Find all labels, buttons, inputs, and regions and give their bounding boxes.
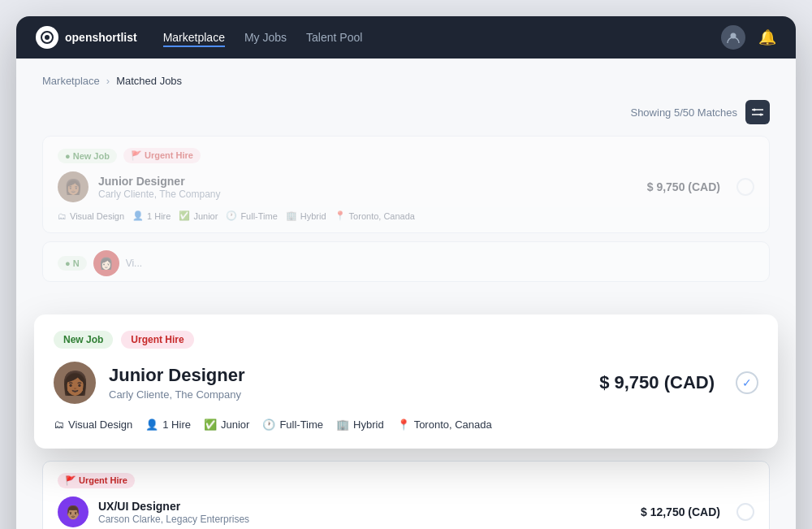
expanded-subtitle: Carly Cliente, The Company: [109, 388, 586, 401]
svg-point-1: [45, 35, 50, 40]
breadcrumb-marketplace[interactable]: Marketplace: [42, 75, 100, 87]
expanded-tags: 🗂Visual Design 👤1 Hire ✅Junior 🕐Full-Tim…: [54, 418, 758, 431]
job-card-2-partial: Vi...: [126, 258, 142, 269]
job-card-3-body: 👨🏽 UX/UI Designer Carson Clarke, Legacy …: [58, 496, 754, 527]
badge-urgent-3: 🚩 Urgent Hire: [58, 473, 135, 488]
expanded-card[interactable]: New Job Urgent Hire 👩🏾 Junior Designer C…: [34, 314, 778, 449]
job-card-1-match[interactable]: [736, 178, 754, 196]
job-card-3-match[interactable]: [736, 503, 754, 521]
filter-button[interactable]: [745, 100, 770, 124]
top-bar: Showing 5/50 Matches: [42, 100, 770, 124]
nav-link-marketplace[interactable]: Marketplace: [163, 28, 225, 47]
job-card-3[interactable]: 🚩 Urgent Hire 👨🏽 UX/UI Designer Carson C…: [42, 461, 770, 529]
tag-hire-1: 👤1 Hire: [132, 210, 171, 221]
logo-icon: [36, 26, 58, 49]
exp-tag-hire: 👤1 Hire: [145, 418, 191, 431]
job-card-3-avatar: 👨🏽: [58, 496, 89, 527]
expanded-info: Junior Designer Carly Cliente, The Compa…: [109, 365, 586, 401]
tag-visual-design-1: 🗂Visual Design: [58, 211, 124, 221]
job-card-1-title: Junior Designer: [98, 175, 637, 188]
expanded-body: 👩🏾 Junior Designer Carly Cliente, The Co…: [54, 362, 758, 404]
badge-new-1: ● New Job: [58, 149, 117, 163]
breadcrumb-current: Matched Jobs: [116, 75, 182, 87]
job-card-1-avatar: 👩🏾: [58, 171, 89, 202]
logo-text: openshortlist: [65, 31, 137, 44]
job-card-3-info: UX/UI Designer Carson Clarke, Legacy Ent…: [98, 500, 631, 525]
exp-tag-level: ✅Junior: [204, 418, 249, 431]
job-card-1-info: Junior Designer Carly Cliente, The Compa…: [98, 175, 637, 200]
expanded-price: $ 9,750 (CAD): [599, 372, 715, 393]
job-card-2[interactable]: ● N 👩🏻 Vi...: [42, 241, 770, 282]
tag-location-1: 📍Toronto, Canada: [335, 210, 415, 221]
job-card-3-header: 🚩 Urgent Hire: [58, 473, 754, 488]
badge-new-2: ● N: [58, 256, 87, 271]
job-card-3-subtitle: Carson Clarke, Legacy Enterprises: [98, 514, 631, 525]
exp-tag-location: 📍Toronto, Canada: [397, 418, 492, 431]
breadcrumb: Marketplace › Matched Jobs: [42, 75, 770, 87]
expanded-badge-new: New Job: [54, 331, 113, 349]
job-card-1-subtitle: Carly Cliente, The Company: [98, 189, 637, 200]
expanded-badges: New Job Urgent Hire: [54, 331, 758, 349]
notification-bell[interactable]: 🔔: [758, 28, 776, 46]
tag-level-1: ✅Junior: [179, 210, 218, 221]
browser-window: openshortlist Marketplace My Jobs Talent…: [16, 16, 796, 529]
exp-tag-type: 🕐Full-Time: [262, 418, 323, 431]
expanded-badge-urgent: Urgent Hire: [121, 331, 193, 349]
job-card-1-header: ● New Job 🚩 Urgent Hire: [58, 148, 754, 163]
breadcrumb-separator: ›: [106, 75, 110, 87]
expanded-title: Junior Designer: [109, 365, 586, 386]
nav-right: 🔔: [721, 25, 776, 50]
job-card-1-price: $ 9,750 (CAD): [647, 180, 720, 193]
nav-logo[interactable]: openshortlist: [36, 26, 137, 49]
expanded-check-icon[interactable]: ✓: [736, 371, 758, 394]
job-card-1-tags: 🗂Visual Design 👤1 Hire ✅Junior 🕐Full-Tim…: [58, 210, 754, 221]
nav-links: Marketplace My Jobs Talent Pool: [163, 28, 363, 47]
user-avatar[interactable]: [721, 25, 745, 50]
main-content: Marketplace › Matched Jobs Showing 5/50 …: [16, 59, 796, 529]
job-card-3-title: UX/UI Designer: [98, 500, 631, 513]
expanded-avatar: 👩🏾: [54, 362, 96, 404]
navbar: openshortlist Marketplace My Jobs Talent…: [16, 16, 796, 59]
tag-work-1: 🏢Hybrid: [286, 210, 326, 221]
job-list: ● New Job 🚩 Urgent Hire 👩🏾 Junior Design…: [42, 136, 770, 529]
nav-link-talentpool[interactable]: Talent Pool: [306, 28, 362, 47]
exp-tag-work: 🏢Hybrid: [336, 418, 384, 431]
nav-link-myjobs[interactable]: My Jobs: [244, 28, 287, 47]
badge-urgent-1: 🚩 Urgent Hire: [123, 148, 201, 163]
job-card-1-body: 👩🏾 Junior Designer Carly Cliente, The Co…: [58, 171, 754, 202]
job-card-1[interactable]: ● New Job 🚩 Urgent Hire 👩🏾 Junior Design…: [42, 136, 770, 233]
job-card-2-avatar: 👩🏻: [93, 250, 119, 276]
tag-type-1: 🕐Full-Time: [226, 210, 277, 221]
exp-tag-visual: 🗂Visual Design: [54, 418, 132, 431]
job-card-3-price: $ 12,750 (CAD): [641, 505, 720, 518]
showing-text: Showing 5/50 Matches: [630, 106, 737, 119]
